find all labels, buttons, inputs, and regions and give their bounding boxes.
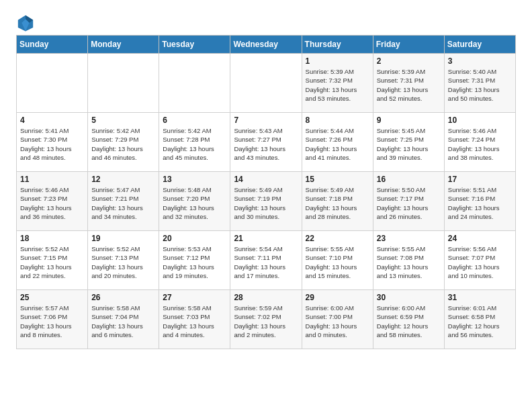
day-number: 12: [91, 175, 155, 184]
day-number: 10: [448, 116, 512, 125]
calendar-header: SundayMondayTuesdayWednesdayThursdayFrid…: [17, 36, 516, 54]
week-row-2: 11Sunrise: 5:46 AM Sunset: 7:23 PM Dayli…: [17, 172, 516, 231]
day-info: Sunrise: 5:40 AM Sunset: 7:31 PM Dayligh…: [448, 67, 512, 103]
calendar-cell: 3Sunrise: 5:40 AM Sunset: 7:31 PM Daylig…: [444, 54, 515, 113]
day-info: Sunrise: 5:55 AM Sunset: 7:10 PM Dayligh…: [306, 244, 369, 280]
calendar-cell: 19Sunrise: 5:52 AM Sunset: 7:13 PM Dayli…: [88, 231, 159, 290]
day-number: 31: [448, 293, 512, 302]
day-info: Sunrise: 6:00 AM Sunset: 7:00 PM Dayligh…: [306, 304, 369, 339]
header-day-wednesday: Wednesday: [230, 36, 302, 54]
day-number: 5: [91, 116, 155, 125]
calendar-cell: 15Sunrise: 5:49 AM Sunset: 7:18 PM Dayli…: [302, 172, 373, 231]
day-number: 20: [163, 234, 226, 243]
header: [16, 13, 516, 32]
calendar-cell: 8Sunrise: 5:44 AM Sunset: 7:26 PM Daylig…: [302, 113, 373, 172]
day-info: Sunrise: 5:47 AM Sunset: 7:21 PM Dayligh…: [91, 185, 155, 221]
day-number: 14: [234, 175, 298, 184]
day-info: Sunrise: 5:56 AM Sunset: 7:07 PM Dayligh…: [448, 244, 512, 280]
day-number: 30: [377, 293, 441, 302]
day-number: 9: [377, 116, 441, 125]
day-number: 17: [448, 175, 512, 184]
day-number: 16: [377, 175, 441, 184]
day-info: Sunrise: 5:44 AM Sunset: 7:26 PM Dayligh…: [306, 126, 369, 162]
week-row-3: 18Sunrise: 5:52 AM Sunset: 7:15 PM Dayli…: [17, 231, 516, 290]
day-number: 25: [20, 293, 84, 302]
day-info: Sunrise: 5:52 AM Sunset: 7:15 PM Dayligh…: [20, 244, 84, 280]
calendar-cell: 21Sunrise: 5:54 AM Sunset: 7:11 PM Dayli…: [230, 231, 302, 290]
header-day-tuesday: Tuesday: [159, 36, 230, 54]
day-number: 11: [20, 175, 84, 184]
day-number: 6: [163, 116, 226, 125]
calendar-cell: 18Sunrise: 5:52 AM Sunset: 7:15 PM Dayli…: [17, 231, 88, 290]
day-info: Sunrise: 5:57 AM Sunset: 7:06 PM Dayligh…: [20, 304, 84, 339]
page-container: SundayMondayTuesdayWednesdayThursdayFrid…: [0, 0, 532, 360]
calendar-cell: 9Sunrise: 5:45 AM Sunset: 7:25 PM Daylig…: [373, 113, 444, 172]
day-info: Sunrise: 5:51 AM Sunset: 7:16 PM Dayligh…: [448, 185, 512, 221]
day-number: 28: [234, 293, 298, 302]
day-info: Sunrise: 5:46 AM Sunset: 7:24 PM Dayligh…: [448, 126, 512, 162]
day-info: Sunrise: 5:43 AM Sunset: 7:27 PM Dayligh…: [234, 126, 298, 162]
day-number: 27: [163, 293, 226, 302]
day-info: Sunrise: 5:39 AM Sunset: 7:32 PM Dayligh…: [306, 67, 369, 103]
calendar-cell: 24Sunrise: 5:56 AM Sunset: 7:07 PM Dayli…: [444, 231, 515, 290]
calendar-cell: 1Sunrise: 5:39 AM Sunset: 7:32 PM Daylig…: [302, 54, 373, 113]
day-info: Sunrise: 6:00 AM Sunset: 6:59 PM Dayligh…: [377, 304, 441, 339]
calendar-cell: 29Sunrise: 6:00 AM Sunset: 7:00 PM Dayli…: [302, 290, 373, 349]
logo: [16, 13, 39, 32]
header-day-thursday: Thursday: [302, 36, 373, 54]
day-info: Sunrise: 5:54 AM Sunset: 7:11 PM Dayligh…: [234, 244, 298, 280]
day-info: Sunrise: 5:39 AM Sunset: 7:31 PM Dayligh…: [377, 67, 441, 103]
day-number: 13: [163, 175, 226, 184]
calendar-cell: 5Sunrise: 5:42 AM Sunset: 7:29 PM Daylig…: [88, 113, 159, 172]
day-number: 26: [91, 293, 155, 302]
calendar-cell: 30Sunrise: 6:00 AM Sunset: 6:59 PM Dayli…: [373, 290, 444, 349]
day-info: Sunrise: 5:55 AM Sunset: 7:08 PM Dayligh…: [377, 244, 441, 280]
week-row-1: 4Sunrise: 5:41 AM Sunset: 7:30 PM Daylig…: [17, 113, 516, 172]
calendar-cell: 28Sunrise: 5:59 AM Sunset: 7:02 PM Dayli…: [230, 290, 302, 349]
day-number: 18: [20, 234, 84, 243]
day-number: 2: [377, 56, 441, 66]
header-day-monday: Monday: [88, 36, 159, 54]
day-number: 15: [306, 175, 369, 184]
calendar-cell: 6Sunrise: 5:42 AM Sunset: 7:28 PM Daylig…: [159, 113, 230, 172]
calendar-cell: 14Sunrise: 5:49 AM Sunset: 7:19 PM Dayli…: [230, 172, 302, 231]
day-info: Sunrise: 6:01 AM Sunset: 6:58 PM Dayligh…: [448, 304, 512, 339]
day-info: Sunrise: 5:58 AM Sunset: 7:04 PM Dayligh…: [91, 304, 155, 339]
calendar-cell: 22Sunrise: 5:55 AM Sunset: 7:10 PM Dayli…: [302, 231, 373, 290]
calendar-cell: 27Sunrise: 5:58 AM Sunset: 7:03 PM Dayli…: [159, 290, 230, 349]
day-info: Sunrise: 5:45 AM Sunset: 7:25 PM Dayligh…: [377, 126, 441, 162]
day-number: 4: [20, 116, 84, 125]
calendar-body: 1Sunrise: 5:39 AM Sunset: 7:32 PM Daylig…: [17, 54, 516, 349]
calendar-cell: 13Sunrise: 5:48 AM Sunset: 7:20 PM Dayli…: [159, 172, 230, 231]
calendar-cell: [230, 54, 302, 113]
day-number: 24: [448, 234, 512, 243]
day-number: 23: [377, 234, 441, 243]
week-row-4: 25Sunrise: 5:57 AM Sunset: 7:06 PM Dayli…: [17, 290, 516, 349]
day-number: 7: [234, 116, 298, 125]
day-info: Sunrise: 5:42 AM Sunset: 7:29 PM Dayligh…: [91, 126, 155, 162]
header-row: SundayMondayTuesdayWednesdayThursdayFrid…: [17, 36, 516, 54]
day-number: 1: [306, 56, 369, 66]
day-info: Sunrise: 5:46 AM Sunset: 7:23 PM Dayligh…: [20, 185, 84, 221]
calendar-cell: 10Sunrise: 5:46 AM Sunset: 7:24 PM Dayli…: [444, 113, 515, 172]
day-info: Sunrise: 5:49 AM Sunset: 7:18 PM Dayligh…: [306, 185, 369, 221]
day-number: 8: [306, 116, 369, 125]
header-day-friday: Friday: [373, 36, 444, 54]
calendar-cell: 31Sunrise: 6:01 AM Sunset: 6:58 PM Dayli…: [444, 290, 515, 349]
calendar-cell: 25Sunrise: 5:57 AM Sunset: 7:06 PM Dayli…: [17, 290, 88, 349]
header-day-saturday: Saturday: [444, 36, 515, 54]
calendar-cell: 7Sunrise: 5:43 AM Sunset: 7:27 PM Daylig…: [230, 113, 302, 172]
day-number: 29: [306, 293, 369, 302]
calendar-cell: 16Sunrise: 5:50 AM Sunset: 7:17 PM Dayli…: [373, 172, 444, 231]
calendar-cell: 20Sunrise: 5:53 AM Sunset: 7:12 PM Dayli…: [159, 231, 230, 290]
calendar-cell: [88, 54, 159, 113]
day-info: Sunrise: 5:58 AM Sunset: 7:03 PM Dayligh…: [163, 304, 226, 339]
logo-icon: [16, 13, 35, 32]
calendar-cell: 17Sunrise: 5:51 AM Sunset: 7:16 PM Dayli…: [444, 172, 515, 231]
day-info: Sunrise: 5:41 AM Sunset: 7:30 PM Dayligh…: [20, 126, 84, 162]
calendar-table: SundayMondayTuesdayWednesdayThursdayFrid…: [16, 35, 516, 349]
calendar-cell: 11Sunrise: 5:46 AM Sunset: 7:23 PM Dayli…: [17, 172, 88, 231]
day-number: 21: [234, 234, 298, 243]
calendar-cell: [17, 54, 88, 113]
header-day-sunday: Sunday: [17, 36, 88, 54]
